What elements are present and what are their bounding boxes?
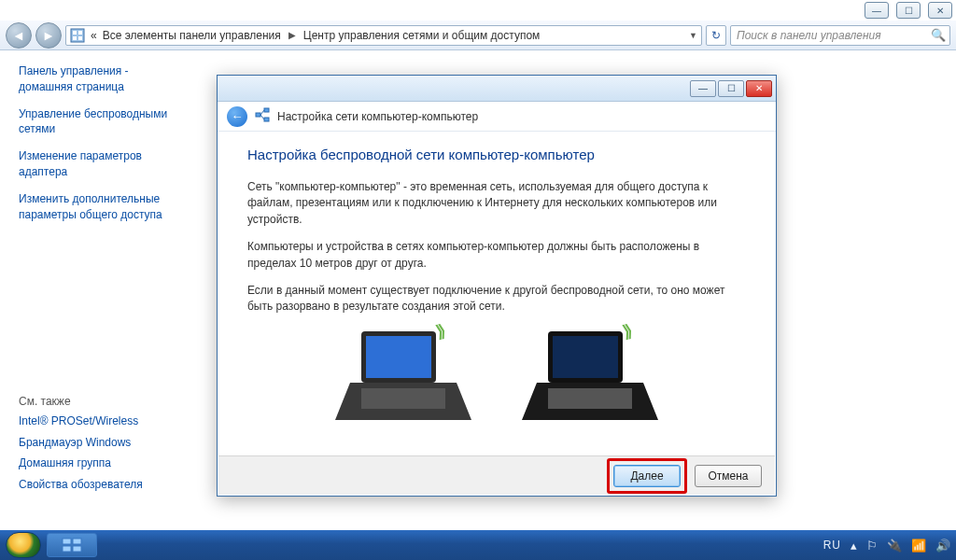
dialog-paragraph-3: Если в данный момент существует подключе… (247, 283, 746, 315)
taskbar: RU ▴ ⚐ 🔌 📶 🔊 (0, 530, 956, 560)
sidebar-see-also: См. также Intel® PROSet/Wireless Брандма… (19, 395, 196, 493)
sidebar-link3-line2: параметры общего доступа (19, 208, 162, 221)
start-button[interactable] (6, 532, 41, 558)
breadcrumb-prefix: « (91, 29, 97, 42)
sidebar-link2-line1: Изменение параметров (19, 149, 142, 162)
see-also-firewall[interactable]: Брандмауэр Windows (19, 435, 196, 451)
explorer-header: ◄ ► « Все элементы панели управления ▶ Ц… (0, 21, 956, 50)
control-panel-icon (70, 28, 85, 43)
search-icon[interactable]: 🔍 (931, 28, 946, 42)
network-icon (255, 107, 270, 125)
svg-rect-1 (73, 31, 77, 35)
svg-rect-6 (264, 108, 269, 112)
sidebar-link1-line2: сетями (19, 122, 55, 135)
svg-rect-18 (63, 539, 71, 544)
tray-volume-icon[interactable]: 🔊 (935, 539, 950, 553)
maximize-button[interactable]: ☐ (896, 2, 921, 19)
see-also-homegroup[interactable]: Домашняя группа (19, 455, 196, 471)
taskbar-app-button[interactable] (47, 533, 97, 557)
laptop-illustration-left: ⟫ (333, 327, 473, 429)
sidebar-home-line2: домашняя страница (19, 80, 124, 93)
address-bar[interactable]: « Все элементы панели управления ▶ Центр… (65, 25, 702, 46)
svg-rect-4 (78, 36, 82, 40)
dialog-footer: Далее Отмена (218, 455, 775, 495)
dialog-paragraph-1: Сеть "компьютер-компьютер" - это временн… (247, 179, 746, 228)
cancel-button[interactable]: Отмена (695, 465, 762, 487)
dialog-titlebar: — ☐ ✕ (218, 76, 776, 102)
refresh-button[interactable]: ↻ (706, 25, 726, 46)
sidebar: Панель управления - домашняя страница Уп… (0, 50, 202, 530)
search-placeholder: Поиск в панели управления (737, 29, 881, 42)
sidebar-link1-line1: Управление беспроводными (19, 107, 167, 120)
minimize-button[interactable]: — (865, 2, 889, 19)
laptop-illustration-right: ⟫ (520, 327, 660, 429)
svg-rect-11 (366, 336, 431, 378)
next-button[interactable]: Далее (613, 465, 681, 487)
tray-chevron-icon[interactable]: ▴ (851, 539, 857, 553)
close-button[interactable]: ✕ (928, 2, 952, 19)
sidebar-home-line1: Панель управления - (19, 64, 129, 77)
dialog-back-button[interactable]: ← (227, 106, 247, 127)
sidebar-link3-line1: Изменить дополнительные (19, 192, 160, 205)
svg-rect-7 (264, 118, 269, 121)
sidebar-sharing-link[interactable]: Изменить дополнительные параметры общего… (19, 191, 190, 223)
dialog-title: Настройка сети компьютер-компьютер (277, 110, 478, 123)
dialog-body: Настройка беспроводной сети компьютер-ко… (218, 132, 776, 437)
illustration: ⟫ ⟫ (247, 327, 746, 429)
svg-rect-21 (73, 546, 81, 552)
search-input[interactable]: Поиск в панели управления 🔍 (730, 25, 950, 46)
chevron-down-icon[interactable]: ▼ (689, 31, 697, 40)
svg-rect-19 (73, 539, 81, 544)
svg-rect-2 (78, 31, 82, 35)
tray-network-icon[interactable]: 📶 (911, 539, 926, 553)
svg-rect-5 (256, 113, 260, 117)
highlight-box: Далее (607, 458, 687, 494)
sidebar-adapter-link[interactable]: Изменение параметров адаптера (19, 148, 190, 180)
svg-rect-17 (548, 388, 632, 409)
wizard-dialog: — ☐ ✕ ← Настройка сети компьютер-компьют… (217, 75, 777, 497)
svg-rect-3 (73, 36, 77, 40)
see-also-browser-props[interactable]: Свойства обозревателя (19, 477, 196, 493)
tray-flag-icon[interactable]: ⚐ (866, 539, 878, 553)
see-also-header: См. также (19, 395, 196, 408)
sidebar-home-link[interactable]: Панель управления - домашняя страница (19, 63, 190, 95)
svg-rect-13 (361, 388, 445, 409)
dialog-paragraph-2: Компьютеры и устройства в сетях компьюте… (247, 239, 746, 272)
svg-line-9 (260, 115, 264, 119)
see-also-proset[interactable]: Intel® PROSet/Wireless (19, 413, 196, 429)
svg-line-8 (260, 110, 264, 115)
sidebar-wireless-link[interactable]: Управление беспроводными сетями (19, 106, 190, 138)
chevron-right-icon: ▶ (287, 30, 298, 40)
sidebar-link2-line2: адаптера (19, 165, 67, 178)
svg-rect-20 (63, 546, 71, 552)
tray-power-icon[interactable]: 🔌 (887, 539, 902, 553)
language-indicator[interactable]: RU (823, 539, 841, 552)
breadcrumb-1[interactable]: Все элементы панели управления (103, 29, 281, 42)
dialog-minimize-button[interactable]: — (690, 80, 716, 97)
dialog-close-button[interactable]: ✕ (746, 80, 772, 97)
system-tray: RU ▴ ⚐ 🔌 📶 🔊 (823, 539, 950, 553)
dialog-header: ← Настройка сети компьютер-компьютер (218, 102, 776, 132)
nav-back-button[interactable]: ◄ (6, 22, 32, 49)
dialog-heading: Настройка беспроводной сети компьютер-ко… (247, 147, 746, 162)
dialog-maximize-button[interactable]: ☐ (718, 80, 744, 97)
breadcrumb-2[interactable]: Центр управления сетями и общим доступом (303, 29, 541, 42)
svg-rect-15 (553, 336, 618, 378)
nav-forward-button[interactable]: ► (35, 22, 62, 49)
